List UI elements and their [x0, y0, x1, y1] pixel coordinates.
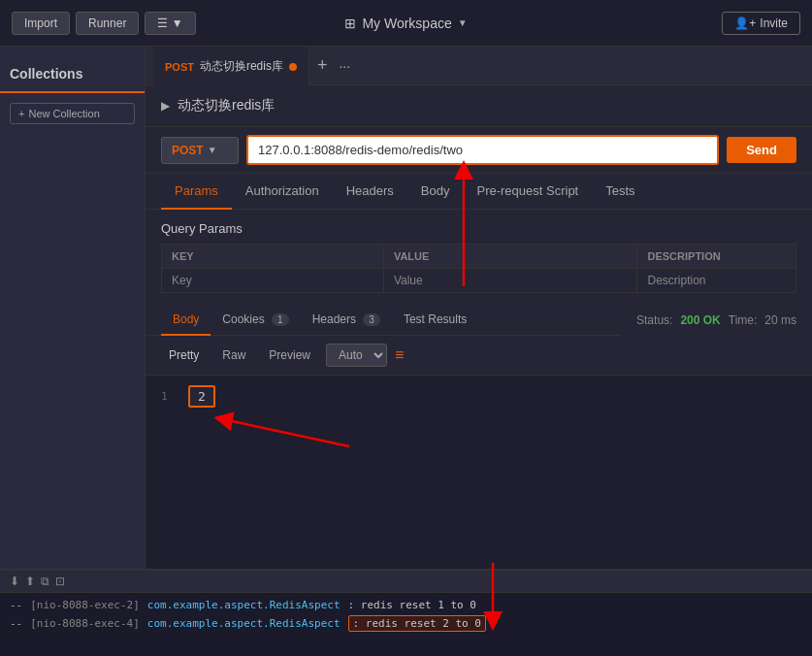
url-bar: POST ▼ Send — [146, 127, 812, 174]
query-params-section: Query Params KEY VALUE DESCRIPTION Key V… — [146, 210, 812, 305]
workspace-name: My Workspace — [362, 16, 451, 31]
param-value-cell[interactable]: Value — [383, 269, 637, 293]
response-tab-body[interactable]: Body — [161, 305, 211, 336]
tab-unsaved-dot — [289, 63, 297, 71]
console-thread-2: [nio-8088-exec-4] — [30, 617, 140, 630]
method-dropdown-icon: ▼ — [208, 145, 217, 155]
query-params-title: Query Params — [161, 221, 796, 236]
console-line-1: -- [nio-8088-exec-2] com.example.aspect.… — [10, 597, 802, 613]
console-toolbar: ⬇ ⬆ ⧉ ⊡ — [0, 571, 812, 593]
line-number: 1 — [161, 390, 180, 403]
send-button[interactable]: Send — [727, 137, 796, 163]
cookies-badge: 1 — [272, 313, 289, 326]
col-header-value: VALUE — [383, 245, 637, 269]
console-bar: ⬇ ⬆ ⧉ ⊡ -- [nio-8088-exec-2] com.example… — [0, 569, 812, 656]
console-line-2: -- [nio-8088-exec-4] com.example.aspect.… — [10, 613, 802, 634]
expand-icon[interactable]: ▶ — [161, 99, 170, 113]
tab-params[interactable]: Params — [161, 174, 232, 210]
response-tabs-wrapper: Body Cookies 1 Headers 3 Test Results St… — [146, 305, 812, 336]
raw-button[interactable]: Raw — [214, 346, 253, 364]
tab-title: 动态切换redis库 — [200, 58, 283, 75]
table-row: Key Value Description — [162, 269, 796, 293]
time-value: 20 ms — [764, 313, 796, 327]
console-prefix-1: -- — [10, 599, 22, 611]
param-key-cell[interactable]: Key — [162, 269, 384, 293]
response-value: 2 — [188, 385, 215, 408]
console-prefix-2: -- — [10, 617, 22, 630]
request-tabs-nav: Params Authorization Headers Body Pre-re… — [146, 174, 812, 210]
tab-body[interactable]: Body — [407, 174, 464, 210]
status-value: 200 OK — [680, 313, 720, 327]
tab-method-badge: POST — [165, 61, 194, 73]
console-class-2: com.example.aspect.RedisAspect — [147, 617, 341, 630]
console-stop-button[interactable]: ⊡ — [55, 574, 65, 588]
response-body: 1 2 — [146, 376, 812, 569]
request-title-bar: ▶ 动态切换redis库 — [146, 85, 812, 127]
sidebar: Collections + New Collection — [0, 47, 146, 569]
response-toolbar: Pretty Raw Preview Auto ≡ — [146, 336, 812, 376]
console-msg-2-highlight: : redis reset 2 to 0 — [348, 615, 486, 632]
console-content: -- [nio-8088-exec-2] com.example.aspect.… — [0, 593, 812, 656]
param-desc-cell[interactable]: Description — [637, 269, 796, 293]
format-select[interactable]: Auto — [326, 344, 387, 367]
tab-authorization[interactable]: Authorization — [232, 174, 333, 210]
method-label: POST — [172, 144, 204, 157]
workspace-selector[interactable]: ⊞ My Workspace ▼ — [344, 16, 467, 31]
wrap-icon[interactable]: ≡ — [395, 346, 404, 364]
tab-more-button[interactable]: ··· — [335, 58, 354, 74]
add-icon: + — [18, 108, 24, 119]
preview-button[interactable]: Preview — [261, 346, 318, 364]
invite-person-icon: 👤+ — [734, 16, 756, 30]
invite-button[interactable]: 👤+ Invite — [722, 12, 800, 35]
top-bar: Import Runner ☰ ▼ ⊞ My Workspace ▼ 👤+ In… — [0, 0, 812, 47]
console-clear-button[interactable]: ⬇ — [10, 574, 19, 588]
console-scroll-button[interactable]: ⬆ — [25, 574, 35, 588]
workspace-grid-icon: ⊞ — [344, 16, 356, 31]
response-tab-cookies[interactable]: Cookies 1 — [211, 305, 300, 336]
new-tab-button[interactable]: + — [309, 55, 336, 76]
col-header-key: KEY — [162, 245, 384, 269]
response-line-1: 1 2 — [161, 385, 796, 408]
workspace-dropdown-icon: ▼ — [458, 17, 468, 28]
collections-label: Collections — [0, 47, 145, 93]
console-msg-1: : redis reset 1 to 0 — [348, 599, 476, 611]
time-label: Time: — [729, 313, 758, 327]
main-content: POST 动态切换redis库 + ··· ▶ 动态切换redis库 POST … — [146, 47, 812, 569]
method-select[interactable]: POST ▼ — [161, 137, 239, 164]
status-label: Status: — [636, 313, 672, 327]
active-tab[interactable]: POST 动态切换redis库 — [153, 47, 309, 85]
response-tabs-bar: Body Cookies 1 Headers 3 Test Results — [146, 305, 621, 336]
response-tab-test-results[interactable]: Test Results — [392, 305, 478, 336]
response-tab-headers[interactable]: Headers 3 — [301, 305, 392, 336]
console-thread-1: [nio-8088-exec-2] — [30, 599, 140, 611]
extra-button[interactable]: ☰ ▼ — [145, 12, 195, 35]
import-button[interactable]: Import — [12, 12, 70, 35]
params-table: KEY VALUE DESCRIPTION Key Value Descript… — [161, 244, 796, 293]
request-title: 动态切换redis库 — [178, 97, 275, 115]
headers-badge: 3 — [363, 313, 380, 326]
tab-bar: POST 动态切换redis库 + ··· — [146, 47, 812, 85]
tab-tests[interactable]: Tests — [592, 174, 648, 210]
console-copy-button[interactable]: ⧉ — [41, 574, 49, 588]
col-header-desc: DESCRIPTION — [637, 245, 796, 269]
pretty-button[interactable]: Pretty — [161, 346, 207, 364]
console-class-1: com.example.aspect.RedisAspect — [147, 599, 341, 611]
response-section: Body Cookies 1 Headers 3 Test Results St… — [146, 305, 812, 569]
url-input[interactable] — [246, 135, 719, 165]
tab-prerequest[interactable]: Pre-request Script — [463, 174, 592, 210]
runner-button[interactable]: Runner — [76, 12, 139, 35]
add-collection-button[interactable]: + New Collection — [10, 103, 135, 124]
tab-headers[interactable]: Headers — [333, 174, 407, 210]
